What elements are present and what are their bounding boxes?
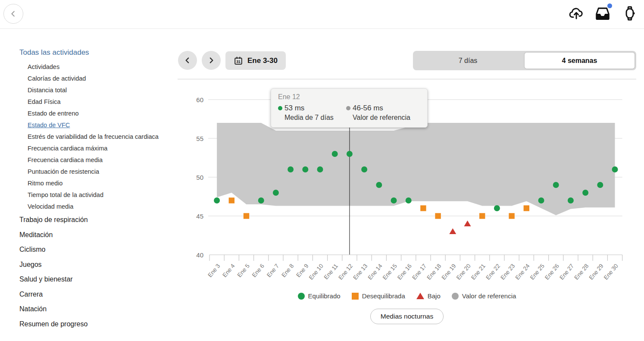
data-point-ene-26[interactable]: [553, 182, 559, 188]
reference-dot-icon: [346, 106, 350, 110]
x-tick-label: Ene 17: [411, 263, 428, 281]
data-point-ene-5[interactable]: [244, 213, 249, 219]
data-point-ene-3[interactable]: [214, 197, 220, 203]
x-tick-label: Ene 12: [337, 263, 354, 281]
sidebar-category-meditacion[interactable]: Meditación: [19, 228, 179, 243]
legend-label: Equilibrado: [308, 292, 341, 300]
nightly-averages-button[interactable]: Medias nocturnas: [370, 309, 444, 324]
data-point-ene-13[interactable]: [361, 166, 367, 172]
sidebar-item-frecuencia-cardiaca-media[interactable]: Frecuencia cardiaca media: [28, 154, 179, 166]
data-point-ene-12[interactable]: [347, 151, 353, 157]
reference-band: [217, 123, 615, 215]
topbar: [0, 0, 644, 29]
tooltip-value-label: Media de 7 días: [284, 114, 346, 122]
date-range-button[interactable]: 31 Ene 3-30: [225, 51, 286, 70]
x-tick-label: Ene 16: [396, 263, 413, 281]
data-point-ene-7[interactable]: [273, 190, 279, 196]
sidebar-item-ritmo-medio[interactable]: Ritmo medio: [28, 178, 179, 189]
data-point-ene-18[interactable]: [435, 213, 441, 219]
data-point-ene-19[interactable]: [449, 228, 456, 235]
data-point-ene-16[interactable]: [406, 197, 412, 203]
chevron-left-icon: [183, 56, 192, 65]
data-point-ene-17[interactable]: [420, 205, 426, 211]
sidebar: Todas las actividades ActividadesCaloría…: [19, 48, 179, 332]
data-point-ene-11[interactable]: [332, 151, 338, 157]
date-range-label: Ene 3-30: [247, 56, 278, 65]
sidebar-item-estado-de-entreno[interactable]: Estado de entreno: [28, 108, 179, 119]
sidebar-item-velocidad-media[interactable]: Velocidad media: [28, 201, 179, 213]
chevron-left-icon: [9, 9, 18, 19]
sidebar-item-distancia-total[interactable]: Distancia total: [28, 84, 179, 96]
toolbar-divider: [178, 79, 636, 79]
x-tick-label: Ene 11: [323, 263, 339, 281]
data-point-ene-14[interactable]: [376, 182, 382, 188]
x-tick-label: Ene 15: [381, 263, 398, 281]
circle-marker-icon: [298, 293, 305, 300]
chart-legend: EquilibradoDesequilibradaBajoValor de re…: [178, 292, 636, 300]
y-tick-label: 55: [196, 135, 203, 142]
data-point-ene-8[interactable]: [288, 166, 294, 172]
x-tick-label: Ene 23: [499, 263, 516, 281]
sidebar-item-estres-de-variabilidad-de-la-frecuencia-cardiaca[interactable]: Estrés de variabilidad de la frecuencia …: [28, 131, 179, 143]
legend-item-desequilibrada: Desequilibrada: [352, 292, 405, 300]
circle-marker-icon: [452, 293, 459, 300]
data-point-ene-10[interactable]: [317, 166, 323, 172]
x-tick-label: Ene 21: [470, 263, 487, 281]
balanced-dot-icon: [278, 106, 282, 110]
y-tick-label: 60: [196, 96, 203, 103]
x-tick-label: Ene 7: [266, 263, 280, 278]
range-option-4-weeks[interactable]: 4 semanas: [525, 53, 635, 69]
data-point-ene-25[interactable]: [538, 197, 544, 203]
data-point-ene-6[interactable]: [258, 197, 264, 203]
x-tick-label: Ene 29: [588, 263, 605, 281]
sidebar-header-all-activities[interactable]: Todas las actividades: [19, 48, 179, 57]
x-tick-label: Ene 22: [485, 263, 501, 281]
data-point-ene-23[interactable]: [509, 213, 514, 219]
chart-tooltip: Ene 12 53 ms Media de 7 días 46-56 ms Va…: [271, 88, 428, 128]
watch-device-icon[interactable]: [622, 5, 638, 22]
sidebar-item-estado-de-vfc[interactable]: Estado de VFC: [28, 119, 179, 131]
prev-period-button[interactable]: [178, 51, 197, 70]
data-point-ene-4[interactable]: [229, 197, 234, 203]
tooltip-date: Ene 12: [278, 93, 420, 101]
y-tick-label: 40: [196, 251, 203, 259]
sidebar-category-resumen-de-progreso[interactable]: Resumen de progreso: [19, 317, 179, 332]
sidebar-item-puntuacion-de-resistencia[interactable]: Puntuación de resistencia: [28, 166, 179, 178]
upload-cloud-icon[interactable]: [568, 5, 585, 22]
x-tick-label: Ene 10: [308, 263, 325, 281]
sidebar-item-edad-fisica[interactable]: Edad Física: [28, 96, 179, 108]
x-tick-label: Ene 3: [206, 263, 221, 278]
x-tick-label: Ene 24: [514, 263, 531, 281]
app-root: Todas las actividades ActividadesCaloría…: [0, 0, 644, 341]
sidebar-sub-list: ActividadesCalorías de actividadDistanci…: [19, 61, 179, 213]
data-point-ene-20[interactable]: [464, 221, 471, 227]
data-point-ene-21[interactable]: [479, 213, 485, 219]
data-point-ene-30[interactable]: [612, 166, 618, 172]
data-point-ene-27[interactable]: [568, 197, 574, 203]
back-button[interactable]: [3, 4, 23, 24]
x-tick-label: Ene 20: [455, 263, 472, 281]
sidebar-item-tiempo-total-de-la-actividad[interactable]: Tiempo total de la actividad: [28, 189, 179, 201]
range-toggle: 7 días 4 semanas: [413, 51, 636, 70]
data-point-ene-28[interactable]: [582, 190, 588, 196]
sidebar-category-ciclismo[interactable]: Ciclismo: [19, 242, 179, 257]
data-point-ene-9[interactable]: [302, 166, 308, 172]
legend-label: Bajo: [428, 292, 441, 300]
range-option-7-days[interactable]: 7 días: [413, 51, 523, 70]
x-tick-label: Ene 27: [558, 263, 575, 281]
next-period-button[interactable]: [202, 51, 221, 70]
inbox-icon[interactable]: [594, 5, 611, 22]
sidebar-item-actividades[interactable]: Actividades: [28, 61, 179, 73]
sidebar-category-carrera[interactable]: Carrera: [19, 287, 179, 302]
sidebar-item-calorias-de-actividad[interactable]: Calorías de actividad: [28, 73, 179, 84]
data-point-ene-29[interactable]: [597, 182, 603, 188]
sidebar-category-salud-y-bienestar[interactable]: Salud y bienestar: [19, 272, 179, 287]
data-point-ene-22[interactable]: [494, 205, 500, 211]
sidebar-category-natacion[interactable]: Natación: [19, 302, 179, 317]
sidebar-item-frecuencia-cardiaca-maxima[interactable]: Frecuencia cardiaca máxima: [28, 143, 179, 154]
sidebar-category-juegos[interactable]: Juegos: [19, 257, 179, 272]
legend-item-bajo: Bajo: [416, 292, 441, 300]
data-point-ene-24[interactable]: [524, 205, 529, 211]
data-point-ene-15[interactable]: [391, 197, 397, 203]
sidebar-category-trabajo-de-respiracion[interactable]: Trabajo de respiración: [19, 213, 179, 228]
